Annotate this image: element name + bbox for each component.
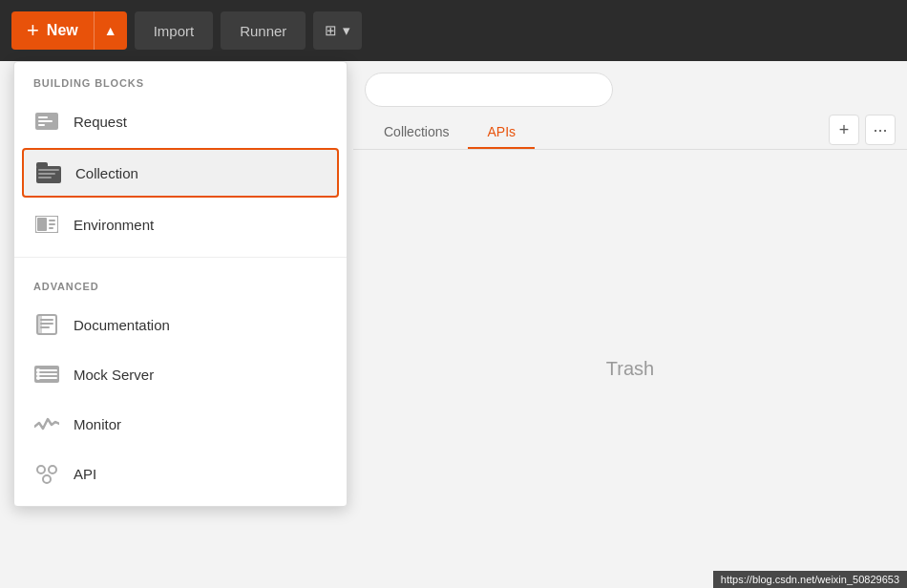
menu-item-mock-server[interactable]: Mock Server [14,349,347,399]
menu-item-monitor[interactable]: Monitor [14,399,347,449]
menu-monitor-label: Monitor [74,416,121,432]
svg-rect-11 [49,220,55,221]
right-panel: Collections APIs + ··· Trash [353,61,907,588]
workspace-icon: ⊞ [325,22,337,39]
search-area [353,61,907,107]
svg-rect-13 [49,227,53,229]
environment-icon [33,211,60,238]
svg-rect-7 [38,173,55,175]
svg-rect-10 [37,218,47,231]
trash-label: Trash [606,358,654,380]
new-button-label: New [47,22,78,39]
menu-collection-label: Collection [75,165,138,181]
menu-mock-server-label: Mock Server [74,367,154,383]
tab-bar: Collections APIs + ··· [353,107,907,150]
building-blocks-label: BUILDING BLOCKS [14,62,347,96]
menu-item-documentation[interactable]: Documentation [14,300,347,349]
menu-environment-label: Environment [74,217,154,233]
menu-documentation-label: Documentation [74,317,170,333]
menu-item-collection[interactable]: Collection [22,148,339,198]
status-url: https://blog.csdn.net/weixin_50829653 [721,574,899,585]
workspace-button[interactable]: ⊞ ▾ [313,11,362,50]
menu-item-request[interactable]: Request [14,96,347,146]
runner-button[interactable]: Runner [221,11,306,50]
svg-point-28 [43,475,51,483]
svg-rect-16 [40,323,53,325]
trash-area: Trash [353,150,907,588]
more-options-button[interactable]: ··· [865,115,896,145]
svg-rect-6 [38,169,59,171]
svg-rect-1 [38,116,48,118]
svg-rect-15 [40,319,53,321]
svg-rect-12 [49,223,55,225]
status-bar: https://blog.csdn.net/weixin_50829653 [713,571,907,588]
api-icon [33,460,60,487]
svg-rect-5 [36,162,48,168]
new-button[interactable]: + New ▲ [11,11,127,50]
collection-icon [35,159,62,186]
documentation-icon [33,311,60,338]
tab-actions: + ··· [829,115,896,149]
menu-request-label: Request [74,114,127,130]
menu-item-api[interactable]: API [14,449,347,498]
svg-point-26 [37,466,45,473]
toolbar: + New ▲ Import Runner ⊞ ▾ [0,0,907,61]
svg-point-23 [36,368,40,372]
request-icon [33,108,60,135]
advanced-label: ADVANCED [14,265,347,300]
search-bar[interactable] [365,73,613,107]
svg-rect-3 [38,124,45,126]
tab-apis[interactable]: APIs [468,116,535,149]
svg-point-25 [36,376,40,380]
monitor-icon [33,410,60,437]
svg-rect-8 [38,177,52,178]
new-dropdown-arrow[interactable]: ▲ [95,11,127,50]
plus-icon: + [27,20,39,41]
add-tab-button[interactable]: + [829,115,859,145]
svg-point-27 [49,466,56,473]
workspace-chevron: ▾ [343,22,350,39]
mock-server-icon [33,361,60,388]
new-dropdown-menu: BUILDING BLOCKS Request Collection [13,61,348,507]
menu-divider [14,257,347,258]
svg-rect-18 [37,315,42,334]
svg-point-24 [36,372,40,376]
import-button[interactable]: Import [135,11,214,50]
tab-collections[interactable]: Collections [365,116,468,149]
menu-api-label: API [74,466,96,482]
svg-rect-2 [38,120,53,122]
menu-item-environment[interactable]: Environment [14,200,347,249]
